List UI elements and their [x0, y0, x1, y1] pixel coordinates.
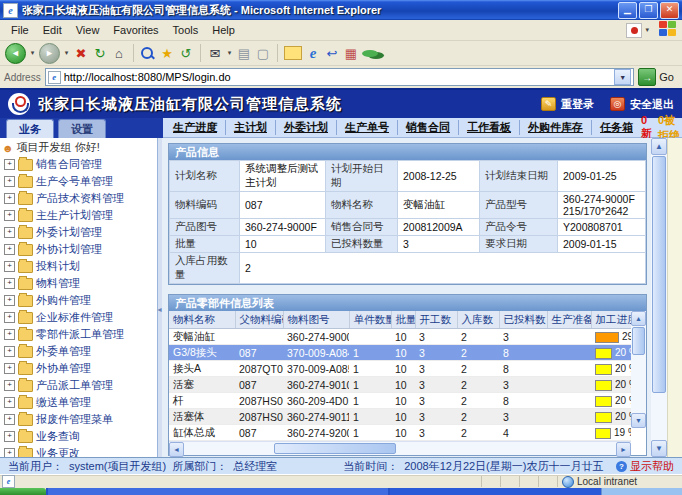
splitter-collapse-icon[interactable]: ◄ — [156, 306, 163, 313]
nav-item-2[interactable]: 外委计划 — [284, 120, 337, 135]
parts-column-header[interactable]: 已投料数 — [499, 311, 547, 329]
sidebar-item-0[interactable]: +销售合同管理 — [0, 156, 157, 173]
menu-item-1[interactable]: Edit — [36, 22, 69, 38]
adobe-pdf-icon[interactable] — [626, 23, 642, 38]
sidebar-item-5[interactable]: +外协计划管理 — [0, 241, 157, 258]
mail-caret-icon[interactable]: ▾ — [226, 43, 233, 63]
expand-icon[interactable]: + — [4, 261, 15, 272]
expand-icon[interactable]: + — [4, 193, 15, 204]
expand-icon[interactable]: + — [4, 210, 15, 221]
favorites-icon[interactable]: ★ — [159, 43, 175, 63]
print-icon[interactable]: ▤ — [236, 43, 252, 63]
parts-column-header[interactable]: 物料名称 — [169, 311, 235, 329]
nav-item-0[interactable]: 生产进度 — [173, 120, 226, 135]
expand-icon[interactable]: + — [4, 363, 15, 374]
parts-table-row[interactable]: 活塞087360-274-9010F11032320 % — [169, 377, 631, 393]
expand-icon[interactable]: + — [4, 176, 15, 187]
parts-column-header[interactable]: 加工进度 — [591, 311, 631, 329]
parts-table-row[interactable]: 活塞体2087HS002360-274-9011W11032320 % — [169, 409, 631, 425]
sidebar-item-7[interactable]: +物料管理 — [0, 275, 157, 292]
scroll-up-icon[interactable]: ▲ — [631, 311, 646, 326]
mail-icon[interactable]: ✉ — [207, 43, 223, 63]
tab-business[interactable]: 业务 — [6, 119, 54, 138]
refresh-icon[interactable]: ↻ — [92, 43, 108, 63]
expand-icon[interactable]: + — [4, 397, 15, 408]
nav-item-6[interactable]: 外购件库存 — [528, 120, 592, 135]
sidebar-item-17[interactable]: +业务更改 — [0, 445, 157, 457]
parts-column-header[interactable]: 开工数 — [415, 311, 457, 329]
parts-table-row[interactable]: 变幅油缸360-274-9000F1032329 % — [169, 329, 631, 345]
movie-icon[interactable]: ▦ — [343, 43, 359, 63]
edit-icon[interactable]: ▢ — [255, 43, 271, 63]
nav-item-3[interactable]: 生产单号 — [345, 120, 398, 135]
scroll-thumb[interactable] — [652, 156, 666, 393]
sidebar-splitter[interactable]: ◄ — [158, 138, 162, 457]
scroll-down-icon[interactable]: ▼ — [631, 413, 646, 428]
expand-icon[interactable]: + — [4, 414, 15, 425]
scroll-thumb[interactable] — [274, 443, 396, 454]
pdf-caret-icon[interactable]: ▾ — [645, 26, 649, 34]
search-icon[interactable] — [140, 46, 156, 61]
expand-icon[interactable]: + — [4, 431, 15, 442]
expand-icon[interactable]: + — [4, 312, 15, 323]
page-vertical-scrollbar[interactable]: ▲ ▼ — [651, 138, 667, 457]
parts-table-row[interactable]: G3/8接头087370-009-A084011032820 % — [169, 345, 631, 361]
windows-taskbar[interactable] — [0, 488, 682, 495]
sidebar-item-4[interactable]: +外委计划管理 — [0, 224, 157, 241]
sidebar-item-14[interactable]: +缴送单管理 — [0, 394, 157, 411]
forward-caret-icon[interactable]: ▾ — [63, 43, 70, 63]
parts-vertical-scrollbar[interactable]: ▲ ▼ — [631, 311, 646, 428]
relogin-button[interactable]: ✎ 重登录 — [541, 97, 594, 112]
menu-item-0[interactable]: File — [4, 22, 36, 38]
show-help-link[interactable]: ? 显示帮助 — [616, 459, 674, 474]
sidebar-item-2[interactable]: +产品技术资料管理 — [0, 190, 157, 207]
start-button[interactable] — [0, 488, 46, 495]
minimize-button[interactable]: ▁ — [618, 2, 637, 19]
expand-icon[interactable]: + — [4, 227, 15, 238]
scroll-up-icon[interactable]: ▲ — [651, 138, 667, 155]
expand-icon[interactable]: + — [4, 448, 15, 457]
stop-icon[interactable]: ✖ — [73, 43, 89, 63]
expand-icon[interactable]: + — [4, 380, 15, 391]
parts-table-row[interactable]: 缸体总成087360-274-9200F11032419 % — [169, 425, 631, 441]
address-input[interactable] — [64, 71, 612, 83]
address-field[interactable]: e ▼ — [45, 68, 635, 86]
parts-horizontal-scrollbar[interactable]: ◄ ► — [169, 441, 631, 455]
parts-column-header[interactable]: 父物料编码 — [235, 311, 283, 329]
parts-column-header[interactable]: 物料图号 — [283, 311, 349, 329]
expand-icon[interactable]: + — [4, 159, 15, 170]
back-caret-icon[interactable]: ▾ — [29, 43, 36, 63]
back-icon[interactable]: ◄ — [5, 43, 26, 64]
address-dropdown-icon[interactable]: ▼ — [614, 69, 631, 85]
sidebar-item-11[interactable]: +外委单管理 — [0, 343, 157, 360]
menu-item-5[interactable]: Help — [205, 22, 242, 38]
expand-icon[interactable]: + — [4, 244, 15, 255]
parts-column-header[interactable]: 生产准备 — [547, 311, 591, 329]
home-icon[interactable]: ⌂ — [111, 43, 127, 63]
sidebar-item-8[interactable]: +外购件管理 — [0, 292, 157, 309]
new-tasks-badge[interactable]: 0新 — [641, 114, 652, 141]
nav-item-4[interactable]: 销售合同 — [406, 120, 459, 135]
scroll-left-icon[interactable]: ◄ — [169, 442, 184, 457]
scroll-right-icon[interactable]: ► — [616, 442, 631, 457]
parts-table-row[interactable]: 接头A2087QT002370-009-A085011032820 % — [169, 361, 631, 377]
sidebar-item-12[interactable]: +外协单管理 — [0, 360, 157, 377]
messenger-icon[interactable] — [362, 50, 378, 57]
expand-icon[interactable]: + — [4, 278, 15, 289]
close-button[interactable]: ✕ — [660, 2, 679, 19]
maximize-button[interactable]: ❐ — [639, 2, 658, 19]
notes-icon[interactable] — [284, 46, 302, 60]
nav-item-7[interactable]: 任务箱 — [600, 120, 633, 135]
parts-column-header[interactable]: 入库数 — [457, 311, 499, 329]
nav-item-5[interactable]: 工作看板 — [467, 120, 520, 135]
expand-icon[interactable]: + — [4, 346, 15, 357]
history-icon[interactable]: ↺ — [178, 43, 194, 63]
parts-table-row[interactable]: 杆2087HS002360-209-4D01011032820 % — [169, 393, 631, 409]
sidebar-item-6[interactable]: +投料计划 — [0, 258, 157, 275]
parts-column-header[interactable]: 单件数量 — [349, 311, 391, 329]
ie-icon[interactable]: e — [305, 43, 321, 63]
expand-icon[interactable]: + — [4, 329, 15, 340]
sidebar-item-1[interactable]: +生产令号单管理 — [0, 173, 157, 190]
go-button[interactable]: → Go — [638, 68, 678, 86]
tab-settings[interactable]: 设置 — [58, 119, 106, 138]
